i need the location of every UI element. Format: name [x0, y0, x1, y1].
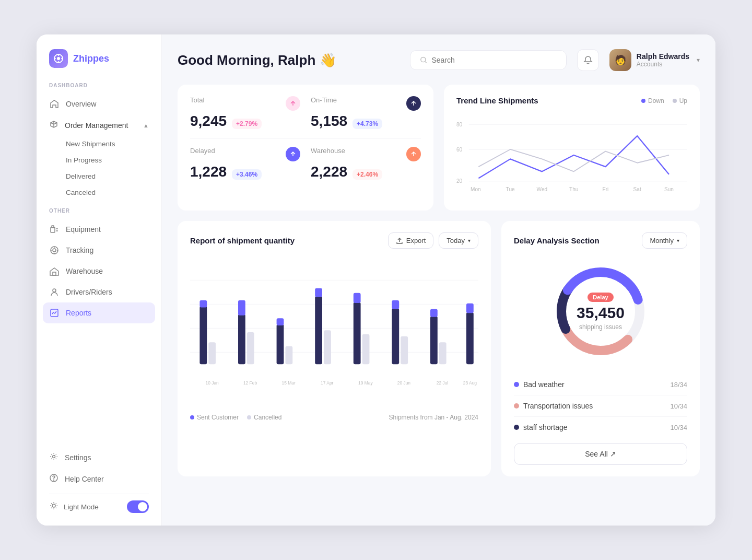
svg-rect-33: [208, 342, 216, 364]
search-bar[interactable]: [410, 50, 567, 70]
svg-text:20 Jun: 20 Jun: [397, 380, 411, 386]
svg-rect-40: [277, 318, 284, 325]
stat-delayed-change: +3.46%: [232, 169, 262, 180]
app-container: Zhippes DASHBOARD Overview Order Managem…: [37, 34, 715, 526]
chevron-up-icon: ▲: [143, 122, 149, 129]
stat-ontime-label: On-Time: [311, 96, 337, 104]
chart-legend-bottom: Sent Customer Cancelled Shipments from J…: [190, 414, 478, 421]
svg-text:12 Feb: 12 Feb: [243, 380, 257, 386]
see-all-button[interactable]: See All ↗: [514, 443, 687, 465]
report-card: Report of shipment quantity Export Today…: [178, 221, 491, 476]
notification-button[interactable]: [577, 49, 599, 71]
main-content: Good Morning, Ralph 👋 🧑 Ralph Edwards: [162, 34, 715, 526]
sidebar-item-overview[interactable]: Overview: [37, 94, 161, 114]
svg-rect-56: [430, 309, 438, 317]
user-profile[interactable]: 🧑 Ralph Edwards Accounts ▾: [609, 49, 700, 71]
delay-analysis-card: Delay Analysis Section Monthly ▾: [501, 221, 700, 476]
search-input[interactable]: [431, 56, 556, 64]
upload-icon: [396, 237, 403, 244]
light-mode-label: Light Mode: [64, 503, 122, 511]
donut-center: Delay 35,450 shipping issues: [577, 292, 625, 331]
delay-count-transport: 10/34: [670, 402, 687, 410]
help-icon: [49, 473, 58, 484]
svg-text:Sun: Sun: [664, 186, 674, 192]
svg-point-5: [53, 249, 56, 252]
sidebar-item-new-shipments[interactable]: New Shipments: [66, 136, 161, 152]
sidebar-item-settings[interactable]: Settings: [49, 447, 149, 468]
svg-text:Thu: Thu: [569, 186, 578, 192]
chart-subtitle: Shipments from Jan - Aug. 2024: [389, 414, 478, 421]
stat-warehouse-value: 2,228: [311, 164, 347, 180]
svg-text:20: 20: [456, 178, 463, 184]
header: Good Morning, Ralph 👋 🧑 Ralph Edwards: [178, 49, 700, 71]
chevron-down-icon-monthly: ▾: [677, 238, 679, 243]
user-role: Accounts: [637, 61, 689, 68]
sidebar-item-tracking[interactable]: Tracking: [37, 240, 161, 261]
trend-chart-title: Trend Line Shipments: [456, 96, 538, 105]
export-button[interactable]: Export: [388, 232, 434, 249]
svg-rect-55: [430, 316, 438, 364]
svg-text:Mon: Mon: [471, 186, 481, 192]
delay-badge: Delay: [588, 293, 613, 302]
sidebar-item-help[interactable]: Help Center: [49, 468, 149, 489]
stat-on-time: On-Time 5,158 +4.73%: [311, 96, 421, 130]
delay-items: Bad weather 18/34 Transportation issues …: [514, 374, 687, 438]
stat-total-change: +2.79%: [232, 119, 262, 129]
light-mode-toggle[interactable]: [127, 500, 149, 513]
logo[interactable]: Zhippes: [37, 49, 161, 83]
stat-delayed-icon: [286, 147, 300, 161]
legend-down-dot: [641, 99, 645, 103]
sidebar-item-order-management[interactable]: Order Management ▲: [37, 114, 161, 136]
svg-rect-48: [354, 293, 361, 303]
svg-rect-37: [247, 332, 254, 364]
light-mode-row: Light Mode: [49, 494, 149, 513]
avatar: 🧑: [609, 49, 631, 71]
sidebar-item-delivered[interactable]: Delivered: [66, 168, 161, 184]
delay-analysis-title: Delay Analysis Section: [514, 236, 600, 245]
stat-warehouse-change: +2.46%: [352, 169, 382, 180]
equipment-icon: [49, 224, 60, 235]
legend-sent-customer: Sent Customer: [190, 414, 239, 421]
delay-count-shortage: 10/34: [670, 424, 687, 431]
svg-rect-39: [277, 324, 284, 365]
svg-rect-53: [401, 336, 408, 365]
svg-point-4: [51, 247, 58, 254]
stat-delayed-value: 1,228: [190, 164, 227, 180]
sidebar-item-reports[interactable]: Reports: [43, 302, 155, 323]
svg-text:Wed: Wed: [537, 186, 548, 192]
svg-rect-6: [53, 272, 56, 275]
svg-rect-57: [439, 342, 446, 364]
svg-rect-45: [324, 330, 331, 364]
svg-text:Tue: Tue: [506, 186, 515, 192]
report-title: Report of shipment quantity: [190, 236, 295, 245]
sidebar-item-in-progress[interactable]: In Progress: [66, 152, 161, 168]
sidebar-item-equipment[interactable]: Equipment: [37, 219, 161, 240]
bar-chart-svg: 10 Jan 12 Feb 15 Mar 17 Apr: [190, 259, 478, 405]
svg-rect-47: [354, 302, 361, 365]
sidebar-item-drivers[interactable]: Drivers/Riders: [37, 282, 161, 302]
today-button[interactable]: Today ▾: [439, 232, 478, 249]
order-management-submenu: New Shipments In Progress Delivered Canc…: [37, 136, 161, 201]
monthly-button[interactable]: Monthly ▾: [642, 232, 687, 249]
report-actions: Export Today ▾: [388, 232, 478, 249]
user-name: Ralph Edwards: [637, 52, 689, 61]
svg-rect-51: [392, 308, 399, 364]
svg-text:19 May: 19 May: [358, 380, 373, 386]
trend-chart-card: Trend Line Shipments Down Up: [444, 85, 700, 211]
chevron-down-icon: ▾: [697, 56, 700, 64]
donut-container: Delay 35,450 shipping issues: [514, 259, 687, 364]
svg-text:10 Jan: 10 Jan: [206, 380, 219, 386]
stats-card: Total 9,245 +2.79%: [178, 85, 433, 211]
svg-point-1: [57, 57, 60, 60]
sidebar-item-warehouse[interactable]: Warehouse: [37, 261, 161, 282]
sidebar-bottom: Settings Help Center: [37, 447, 161, 513]
delay-item-weather: Bad weather 18/34: [514, 374, 687, 395]
delay-count-weather: 18/34: [670, 381, 687, 389]
svg-text:23 Aug: 23 Aug: [463, 380, 477, 386]
reports-icon: [49, 308, 60, 318]
sidebar-item-canceled[interactable]: Canceled: [66, 184, 161, 201]
stats-row: Total 9,245 +2.79%: [178, 85, 700, 211]
svg-rect-59: [466, 312, 474, 365]
svg-text:60: 60: [456, 147, 463, 153]
warehouse-icon: [49, 266, 60, 276]
